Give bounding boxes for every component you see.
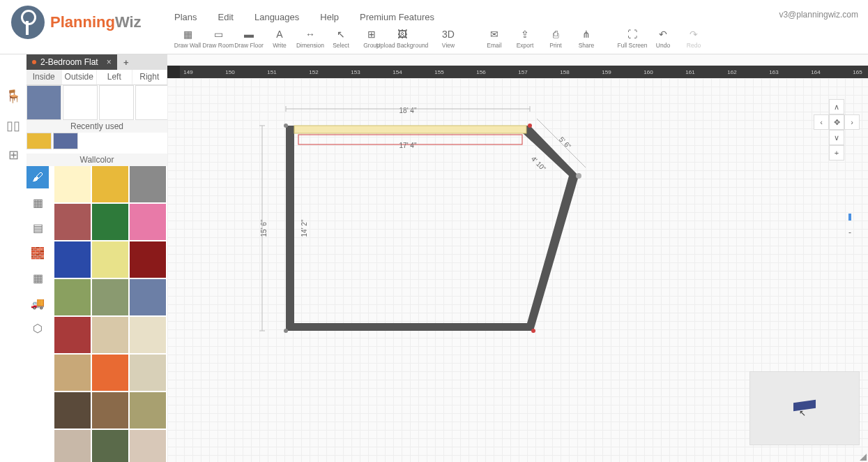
color-swatch[interactable] [54, 355, 91, 391]
color-swatch[interactable] [92, 430, 128, 462]
color-swatch[interactable] [130, 204, 166, 240]
material-type-tools: 🖌▦▤🧱▦🚚⬡ [26, 166, 52, 339]
user-email[interactable]: v3@planningwiz.com [779, 10, 858, 20]
recent-swatch[interactable] [53, 133, 78, 149]
selected-swatch[interactable] [63, 85, 98, 120]
write-button[interactable]: AWrite [265, 28, 294, 49]
material-pattern1-button[interactable]: ▦ [26, 191, 49, 214]
toolbar: ▦Draw Wall▭Draw Room▬Draw FloorAWrite↔Di… [173, 28, 708, 49]
surface-tab-left[interactable]: Left [97, 70, 132, 84]
pan-right-button[interactable]: › [844, 114, 860, 130]
menu-premium-features[interactable]: Premium Features [360, 12, 434, 22]
color-swatch[interactable] [54, 204, 91, 240]
canvas-area: 1491501511521531541551561571581591601611… [167, 54, 868, 462]
pan-down-button[interactable]: ∨ [829, 130, 844, 145]
selected-swatch[interactable] [99, 85, 134, 120]
ruler-tick: 161 [669, 69, 711, 75]
zoom-handle[interactable] [848, 214, 851, 221]
color-swatch[interactable] [54, 430, 91, 462]
add-tab-button[interactable]: + [117, 54, 135, 70]
dim-top-inner: 17' 4" [399, 142, 417, 149]
menu-languages[interactable]: Languages [254, 12, 299, 22]
email-button[interactable]: ✉Email [480, 28, 509, 49]
room-drawing[interactable]: 18' 4" 17' 4" 15' 6" 14' 2" 5' 6" 4' 10" [167, 78, 655, 427]
select-button[interactable]: ↖Select [326, 28, 356, 49]
tab-2-bedroom-flat[interactable]: 2-Bedroom Flat × [26, 54, 117, 70]
color-swatch[interactable] [130, 355, 166, 391]
draw-room-icon: ▭ [212, 28, 224, 40]
menu-help[interactable]: Help [320, 12, 339, 22]
surface-tab-right[interactable]: Right [132, 70, 168, 84]
material-roller-button[interactable]: 🖌 [26, 166, 49, 188]
vertex-handle[interactable] [528, 124, 532, 128]
draw-floor-button[interactable]: ▬Draw Floor [234, 28, 264, 49]
close-icon[interactable]: × [107, 57, 112, 67]
color-swatch[interactable] [92, 279, 128, 315]
menu-plans[interactable]: Plans [174, 12, 197, 22]
color-swatch[interactable] [130, 279, 166, 315]
surface-tab-outside[interactable]: Outside [62, 70, 98, 84]
zoom-out-label[interactable]: - [848, 228, 851, 237]
share-button[interactable]: ⋔Share [572, 28, 601, 49]
tool-label: Write [273, 42, 287, 49]
color-swatch[interactable] [92, 241, 128, 278]
preview-3d-panel[interactable]: ↖ [749, 371, 860, 445]
print-button[interactable]: ⎙Print [541, 28, 570, 49]
wall-top-selected[interactable] [294, 126, 526, 133]
logo[interactable]: PlanningWiz [11, 6, 142, 39]
color-swatch[interactable] [54, 279, 91, 315]
color-swatch[interactable] [54, 317, 91, 353]
color-swatch[interactable] [130, 430, 166, 462]
export-icon: ⇪ [519, 28, 531, 40]
tool-label: Redo [687, 42, 701, 49]
color-swatch[interactable] [92, 166, 128, 202]
material-pattern2-button[interactable]: ▤ [26, 216, 49, 239]
upload-bg-icon: 🖼 [396, 28, 409, 40]
color-swatch[interactable] [92, 204, 128, 240]
color-swatch[interactable] [130, 317, 166, 353]
color-swatch[interactable] [130, 166, 166, 202]
color-swatch[interactable] [92, 317, 128, 353]
selected-swatch[interactable] [26, 85, 61, 120]
material-truck-button[interactable]: 🚚 [26, 292, 49, 314]
pan-left-button[interactable]: ‹ [814, 114, 829, 130]
vertex-handle[interactable] [284, 124, 288, 128]
color-swatch[interactable] [54, 392, 91, 429]
menu-edit[interactable]: Edit [218, 12, 234, 22]
color-swatch[interactable] [130, 392, 166, 429]
surface-tab-inside[interactable]: Inside [26, 70, 62, 84]
material-bricks-button[interactable]: 🧱 [26, 241, 49, 264]
sidebar: 🪑 ▯▯ ⊞ 2-Bedroom Flat × + InsideOutsideL… [0, 54, 167, 462]
upload-bg-button[interactable]: 🖼Upload Background [388, 28, 417, 49]
material-grid-button[interactable]: ▦ [26, 267, 49, 289]
draw-room-button[interactable]: ▭Draw Room [204, 28, 233, 49]
material-hex-button[interactable]: ⬡ [26, 317, 49, 339]
recent-swatch[interactable] [26, 133, 52, 149]
doors-icon[interactable]: ▯▯ [5, 117, 22, 134]
color-swatch[interactable] [92, 355, 128, 391]
selected-swatches [26, 85, 170, 120]
selected-swatch[interactable] [135, 85, 170, 120]
furniture-icon[interactable]: 🪑 [5, 88, 22, 105]
color-swatch[interactable] [92, 392, 128, 429]
color-swatch[interactable] [54, 166, 91, 202]
color-swatch[interactable] [54, 241, 91, 278]
resize-handle[interactable] [860, 454, 867, 461]
export-button[interactable]: ⇪Export [510, 28, 540, 49]
fullscreen-button[interactable]: ⛶Full Screen [618, 28, 647, 49]
vertex-handle[interactable] [576, 173, 581, 179]
tool-label: Share [579, 42, 595, 49]
undo-button[interactable]: ↶Undo [648, 28, 678, 49]
zoom-slider[interactable]: - [848, 201, 855, 264]
vertex-handle[interactable] [284, 329, 288, 333]
vertex-handle[interactable] [531, 329, 535, 333]
color-swatch[interactable] [130, 241, 166, 278]
pan-up-button[interactable]: ∧ [829, 99, 844, 114]
draw-wall-button[interactable]: ▦Draw Wall [173, 28, 202, 49]
dimension-button[interactable]: ↔Dimension [296, 28, 325, 49]
write-icon: A [273, 28, 286, 40]
pan-center-button[interactable]: ✥ [829, 114, 844, 130]
layout-icon[interactable]: ⊞ [5, 147, 22, 163]
zoom-in-button[interactable]: + [829, 145, 844, 161]
view-3d-button[interactable]: 3DView [434, 28, 463, 49]
